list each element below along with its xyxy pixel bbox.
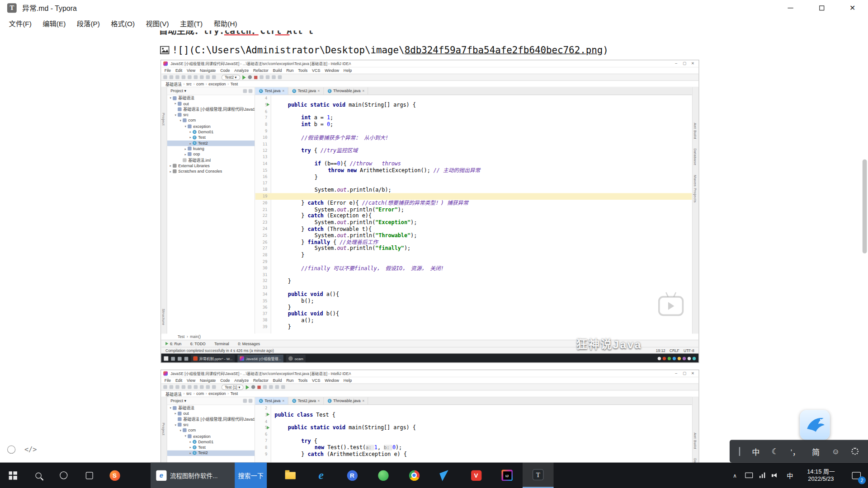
app-window-button[interactable]: e 流程图制作软件... <box>151 463 235 488</box>
toolbar-icon[interactable] <box>212 385 216 389</box>
tree-item[interactable]: ▸CTest2 <box>167 140 255 145</box>
tree-item[interactable]: ▸oop <box>167 151 255 157</box>
idea-menu-item[interactable]: File <box>162 378 173 383</box>
idea-restore-button[interactable]: ▢ <box>680 371 689 376</box>
run-button[interactable] <box>246 385 249 389</box>
tree-item[interactable]: ▾基础语法 <box>167 405 255 410</box>
ime-emoji-icon[interactable]: ☺ <box>832 447 840 456</box>
idea-menu-item[interactable]: Refactor <box>251 378 271 383</box>
idea-menu-item[interactable]: Edit <box>173 378 184 383</box>
breadcrumb-item[interactable]: Test <box>231 81 238 86</box>
idea-menu-item[interactable]: Help <box>341 68 354 73</box>
editor-tab[interactable]: CThrowable.java× <box>324 87 368 94</box>
tray-expand-icon[interactable]: ∧ <box>728 472 741 478</box>
idea-menu-item[interactable]: Help <box>341 378 354 383</box>
taskbar-search-widget[interactable]: e 流程图制作软件... 搜索一下 <box>151 463 267 488</box>
hide-panel-icon[interactable] <box>249 399 253 403</box>
toolbar-icon[interactable] <box>175 75 179 80</box>
breadcrumb-item[interactable]: src <box>186 391 192 396</box>
toolbar-icon[interactable] <box>194 75 198 80</box>
idea-menu-item[interactable]: Run <box>284 378 296 383</box>
close-button[interactable]: ✕ <box>837 0 868 15</box>
toolbar-icon[interactable] <box>163 75 167 80</box>
breadcrumb-item[interactable]: exception <box>208 81 226 86</box>
dove-app-icon[interactable] <box>800 410 830 440</box>
debug-button[interactable] <box>248 75 252 80</box>
typora-outline-toggle-icon[interactable] <box>7 446 15 454</box>
tab-close-icon[interactable]: × <box>318 399 320 403</box>
idea-minimize-button[interactable]: – <box>672 61 680 66</box>
run-configuration-select[interactable]: Test2 ▾ <box>222 75 240 80</box>
menu-item[interactable]: 段落(P) <box>71 15 106 30</box>
idea-menu-item[interactable]: Analyze <box>232 378 251 383</box>
editor-tab[interactable]: CTest2.java× <box>288 397 324 404</box>
taskbar-search-button[interactable] <box>25 463 51 488</box>
tree-item[interactable]: ▾com <box>167 427 255 433</box>
toolbar-icon[interactable] <box>194 385 198 389</box>
toolbar-icon[interactable] <box>269 385 273 389</box>
cortana-button[interactable] <box>51 463 76 488</box>
red-video-app-button[interactable]: V <box>461 463 492 488</box>
document-area[interactable]: 自动生成：try.catch：Ctrl Alt t ![](C:\Users\A… <box>0 30 868 462</box>
toolbar-icon[interactable] <box>272 75 276 80</box>
idea-close-button[interactable]: ✕ <box>689 61 697 66</box>
toolbar-icon[interactable] <box>259 75 264 80</box>
tree-item[interactable]: ▸out <box>167 101 255 106</box>
toolbar-icon[interactable] <box>182 75 186 80</box>
toolwindow-button[interactable]: Project <box>162 113 166 126</box>
toolwindow-button[interactable]: Database <box>693 148 698 165</box>
notification-center-button[interactable]: 2 <box>845 463 868 488</box>
intellij-idea-button[interactable]: IJ <box>491 463 523 488</box>
tree-item[interactable]: ▾src <box>167 422 255 427</box>
toolbar-icon[interactable] <box>206 385 210 389</box>
start-button[interactable] <box>0 463 25 488</box>
embedded-taskbar-icon[interactable] <box>178 357 182 361</box>
markdown-image-line[interactable]: ![](C:\Users\Administrator\Desktop\image… <box>160 44 609 55</box>
tree-item[interactable]: ▸CDemo01 <box>167 439 255 444</box>
tab-close-icon[interactable]: × <box>282 399 284 403</box>
editor-tab[interactable]: CTest.java× <box>255 397 288 404</box>
breadcrumb-item[interactable]: com <box>196 391 204 396</box>
network-icon[interactable] <box>759 473 765 478</box>
restore-button[interactable] <box>806 0 837 15</box>
toolbar-icon[interactable] <box>188 385 192 389</box>
tree-item[interactable]: ▾com <box>167 118 255 123</box>
input-indicator[interactable]: 中 <box>783 471 797 480</box>
debug-button[interactable] <box>251 385 255 389</box>
toolbar-icon[interactable] <box>212 75 216 80</box>
idea-menu-item[interactable]: Navigate <box>198 378 218 383</box>
toolwindow-button[interactable]: Project <box>162 423 166 436</box>
run-configuration-select[interactable]: Test (1) ▾ <box>222 384 244 389</box>
scrollbar-thumb[interactable] <box>863 160 867 253</box>
blue-kite-app-button[interactable] <box>429 463 461 488</box>
idea-menu-item[interactable]: Code <box>218 68 232 73</box>
editor-tab[interactable]: CTest2.java× <box>288 87 324 94</box>
ime-handle-icon[interactable] <box>739 447 740 456</box>
toolbar-icon[interactable] <box>175 385 179 389</box>
embedded-screenshot-idea-2[interactable]: JavaSE [小组极管理,同课程代码\JavaSE] - ...\基础语法\s… <box>160 370 699 463</box>
settings-icon[interactable] <box>243 89 247 93</box>
sogou-browser-button[interactable]: S <box>102 463 127 488</box>
toolbar-icon[interactable] <box>170 385 174 389</box>
idea-menu-item[interactable]: VCS <box>310 68 322 73</box>
embedded-start-icon[interactable] <box>164 357 168 361</box>
menu-item[interactable]: 编辑(E) <box>37 15 71 30</box>
toolbar-icon[interactable] <box>265 75 269 80</box>
idea-menu-item[interactable]: Build <box>271 68 284 73</box>
toolbar-icon[interactable] <box>275 385 279 389</box>
toolbar-icon[interactable] <box>206 75 210 80</box>
hide-panel-icon[interactable] <box>249 89 253 93</box>
breadcrumb-item[interactable]: 基础语法 <box>165 81 182 86</box>
breadcrumb-item[interactable]: com <box>196 81 204 86</box>
tree-item[interactable]: ▸CTest2 <box>167 450 255 455</box>
edge-button[interactable]: e <box>306 463 337 488</box>
chrome-button[interactable] <box>399 463 430 488</box>
document-scrollbar[interactable] <box>863 33 867 460</box>
embedded-taskbar-icon[interactable] <box>184 357 189 361</box>
volume-icon[interactable] <box>772 472 779 479</box>
tree-item[interactable]: 基础语法 [小组极管理,同课程代码\JavaSE\基... <box>167 107 255 112</box>
file-explorer-button[interactable] <box>274 463 306 488</box>
settings-icon[interactable] <box>243 399 247 403</box>
tree-item[interactable]: ▸CDemo01 <box>167 129 255 134</box>
tree-item[interactable]: ▸CTest <box>167 445 255 450</box>
